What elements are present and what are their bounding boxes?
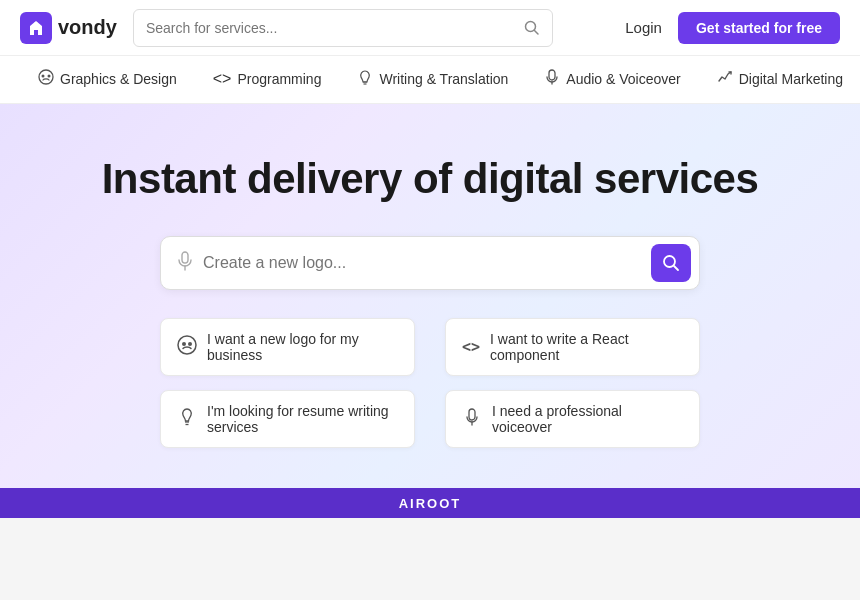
mic-icon: [177, 251, 193, 276]
category-label-programming: Programming: [237, 71, 321, 87]
login-button[interactable]: Login: [625, 19, 662, 36]
category-label-audio: Audio & Voiceover: [566, 71, 680, 87]
category-label-writing: Writing & Translation: [379, 71, 508, 87]
suggestion-logo-icon: [177, 335, 197, 360]
marketing-icon: [717, 69, 733, 89]
suggestion-react-icon: <>: [462, 338, 480, 356]
hero-search-button[interactable]: [651, 244, 691, 282]
svg-point-12: [182, 342, 186, 346]
search-icon: [524, 20, 540, 36]
suggestion-resume[interactable]: I'm looking for resume writing services: [160, 390, 415, 448]
suggestion-voiceover-text: I need a professional voiceover: [492, 403, 683, 435]
footer-bar: AIROOT: [0, 488, 860, 518]
programming-icon: <>: [213, 70, 232, 88]
suggestion-react[interactable]: <> I want to write a React component: [445, 318, 700, 376]
hero-section: Instant delivery of digital services: [0, 104, 860, 488]
nav-actions: Login Get started for free: [625, 12, 840, 44]
hero-search-bar: [160, 236, 700, 290]
svg-point-11: [178, 336, 196, 354]
graphics-icon: [38, 69, 54, 89]
logo-icon: [20, 12, 52, 44]
category-label-graphics: Graphics & Design: [60, 71, 177, 87]
suggestions-grid: I want a new logo for my business <> I w…: [160, 318, 700, 448]
logo[interactable]: vondy: [20, 12, 117, 44]
svg-point-0: [34, 22, 38, 26]
svg-point-2: [39, 70, 53, 84]
hero-title: Instant delivery of digital services: [102, 154, 759, 204]
category-item-writing[interactable]: Writing & Translation: [339, 56, 526, 103]
footer-label: AIROOT: [399, 496, 462, 511]
suggestion-voiceover[interactable]: I need a professional voiceover: [445, 390, 700, 448]
navbar-search-button[interactable]: [512, 20, 552, 36]
navbar-search-input[interactable]: [134, 20, 512, 36]
svg-point-3: [42, 74, 45, 77]
get-started-button[interactable]: Get started for free: [678, 12, 840, 44]
svg-point-10: [664, 256, 675, 267]
svg-point-13: [188, 342, 192, 346]
category-item-graphics[interactable]: Graphics & Design: [20, 56, 195, 103]
suggestion-voiceover-icon: [462, 407, 482, 432]
suggestion-logo[interactable]: I want a new logo for my business: [160, 318, 415, 376]
category-item-marketing[interactable]: Digital Marketing: [699, 56, 860, 103]
hero-search-input[interactable]: [203, 254, 651, 272]
navbar-search-bar: [133, 9, 553, 47]
category-label-marketing: Digital Marketing: [739, 71, 843, 87]
category-item-audio[interactable]: Audio & Voiceover: [526, 56, 698, 103]
suggestion-resume-icon: [177, 407, 197, 432]
writing-icon: [357, 69, 373, 89]
logo-text: vondy: [58, 16, 117, 39]
suggestion-react-text: I want to write a React component: [490, 331, 683, 363]
category-item-programming[interactable]: <> Programming: [195, 56, 340, 103]
svg-point-4: [48, 74, 51, 77]
navbar: vondy Login Get started for free: [0, 0, 860, 56]
suggestion-resume-text: I'm looking for resume writing services: [207, 403, 398, 435]
audio-icon: [544, 69, 560, 89]
category-nav: Graphics & Design <> Programming Writing…: [0, 56, 860, 104]
suggestion-logo-text: I want a new logo for my business: [207, 331, 398, 363]
search-icon-hero: [662, 254, 680, 272]
